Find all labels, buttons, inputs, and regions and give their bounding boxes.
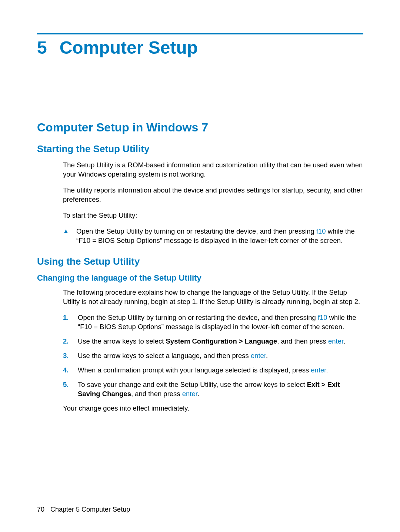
- text-run: Open the Setup Utility by turning on or …: [76, 227, 316, 235]
- chapter-title: Computer Setup: [60, 37, 198, 58]
- page-footer: 70 Chapter 5 Computer Setup: [37, 506, 130, 513]
- keyboard-key: f10: [316, 227, 326, 235]
- keyboard-key: enter: [182, 390, 197, 398]
- step-text: Open the Setup Utility by turning on or …: [78, 313, 363, 332]
- list-item: 3. Use the arrow keys to select a langua…: [63, 351, 363, 361]
- text-run: .: [266, 352, 268, 359]
- chapter-number: 5: [37, 37, 47, 58]
- step-number: 4.: [63, 366, 71, 375]
- step-number: 2.: [63, 337, 71, 346]
- section-heading-using: Using the Setup Utility: [37, 256, 363, 267]
- text-run: To save your change and exit the Setup U…: [78, 381, 307, 388]
- text-run: , and then press: [277, 337, 328, 345]
- chapter-header: 5 Computer Setup: [37, 37, 363, 58]
- bullet-item: ▲ Open the Setup Utility by turning on o…: [63, 227, 363, 245]
- step-text: Use the arrow keys to select a language,…: [78, 351, 268, 361]
- keyboard-key: enter: [311, 366, 326, 374]
- text-run: .: [197, 390, 199, 398]
- section-starting-setup: Starting the Setup Utility The Setup Uti…: [37, 143, 363, 245]
- paragraph: The Setup Utility is a ROM-based informa…: [63, 161, 363, 179]
- chapter-rule: [37, 33, 363, 34]
- triangle-bullet-icon: ▲: [63, 227, 69, 245]
- paragraph: To start the Setup Utility:: [63, 211, 363, 220]
- bullet-list: ▲ Open the Setup Utility by turning on o…: [63, 227, 363, 245]
- section-heading-changing-language: Changing the language of the Setup Utili…: [37, 273, 363, 283]
- text-run: , and then press: [131, 390, 182, 398]
- ordered-list: 1. Open the Setup Utility by turning on …: [63, 313, 363, 399]
- page-number: 70: [37, 506, 44, 513]
- step-number: 5.: [63, 380, 71, 399]
- paragraph: The utility reports information about th…: [63, 186, 363, 204]
- step-number: 1.: [63, 313, 71, 332]
- list-item: 4. When a confirmation prompt with your …: [63, 366, 363, 375]
- text-run: .: [343, 337, 345, 345]
- list-item: 2. Use the arrow keys to select System C…: [63, 337, 363, 346]
- step-text: To save your change and exit the Setup U…: [78, 380, 363, 399]
- section-heading-starting: Starting the Setup Utility: [37, 143, 363, 155]
- paragraph: The following procedure explains how to …: [63, 288, 363, 307]
- bold-text: System Configuration > Language: [166, 337, 277, 345]
- step-text: Use the arrow keys to select System Conf…: [78, 337, 345, 346]
- text-run: .: [326, 366, 328, 374]
- list-item: 1. Open the Setup Utility by turning on …: [63, 313, 363, 332]
- section-heading-main: Computer Setup in Windows 7: [37, 121, 363, 134]
- section-using-setup: Using the Setup Utility Changing the lan…: [37, 256, 363, 413]
- text-run: Use the arrow keys to select a language,…: [78, 352, 251, 359]
- text-run: When a confirmation prompt with your lan…: [78, 366, 311, 374]
- step-number: 3.: [63, 351, 71, 361]
- text-run: Use the arrow keys to select: [78, 337, 166, 345]
- text-run: Open the Setup Utility by turning on or …: [78, 314, 318, 321]
- keyboard-key: enter: [251, 352, 266, 359]
- list-item: 5. To save your change and exit the Setu…: [63, 380, 363, 399]
- footer-chapter-label: Chapter 5 Computer Setup: [50, 506, 130, 513]
- bullet-text: Open the Setup Utility by turning on or …: [76, 227, 363, 245]
- step-text: When a confirmation prompt with your lan…: [78, 366, 328, 375]
- paragraph: Your change goes into effect immediately…: [63, 404, 363, 413]
- keyboard-key: f10: [318, 314, 327, 321]
- keyboard-key: enter: [328, 337, 343, 345]
